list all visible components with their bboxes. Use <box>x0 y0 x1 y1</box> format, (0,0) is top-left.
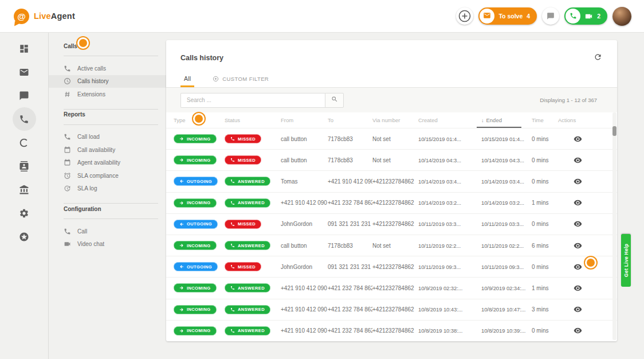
cell-time: 0 mins <box>532 221 558 227</box>
type-badge-label: OUTGOING <box>187 264 212 270</box>
tab-custom-filter[interactable]: CUSTOM FILTER <box>209 76 272 87</box>
to-solve-button[interactable]: To solve 4 <box>478 7 537 25</box>
sidebar-item-label: Extensions <box>77 91 105 97</box>
view-call-button[interactable] <box>574 198 582 207</box>
phone-icon <box>230 179 235 184</box>
sidebar-item-active-calls[interactable]: Active calls <box>49 62 166 75</box>
calls-button[interactable]: 2 <box>564 7 607 25</box>
column-header-ended[interactable]: ↓Ended <box>481 117 532 123</box>
view-call-button[interactable] <box>574 241 582 250</box>
type-badge-label: INCOMING <box>187 307 211 312</box>
phone-icon <box>230 201 235 205</box>
sidebar-item-agent-availability[interactable]: Agent availability <box>49 157 166 170</box>
section-title-calls: Calls <box>49 41 166 51</box>
sidebar-item-call-availability[interactable]: Call availability <box>49 143 166 157</box>
sidebar-item-call[interactable]: Call <box>49 225 166 238</box>
cell-created: 10/15/2019 01:4... <box>418 136 481 142</box>
envelope-icon <box>483 11 491 21</box>
cell-actions <box>558 177 617 186</box>
status-badge-label: MISSED <box>238 264 256 270</box>
chat-button[interactable] <box>542 7 559 25</box>
column-header-from[interactable]: From <box>281 117 328 123</box>
annotation-circle-row-actions <box>585 257 596 268</box>
type-badge-label: INCOMING <box>187 243 211 248</box>
tab-all[interactable]: All <box>180 75 194 87</box>
rail-item-ring[interactable] <box>13 131 36 154</box>
column-label: Ended <box>486 117 502 123</box>
eye-icon <box>574 263 582 271</box>
sidebar-item-sla-log[interactable]: SLA log <box>49 182 166 196</box>
status-badge-label: ANSWERED <box>238 243 265 248</box>
status-badge-label: ANSWERED <box>238 179 265 184</box>
sidebar-item-calls-history[interactable]: Calls history <box>49 75 166 88</box>
missed-badge: MISSED <box>225 262 261 271</box>
view-call-button[interactable] <box>574 284 582 292</box>
phone-icon <box>230 158 235 162</box>
cell-ended: 10/8/2019 10:47:... <box>481 306 532 313</box>
cell-ended: 10/15/2019 01:4... <box>481 136 532 142</box>
refresh-button[interactable] <box>594 53 602 63</box>
view-call-button[interactable] <box>574 220 582 228</box>
sidebar-item-video-chat[interactable]: Video chat <box>49 238 166 251</box>
status-badge-label: MISSED <box>238 221 256 227</box>
type-badge-label: OUTGOING <box>187 221 212 227</box>
sort-descending-icon: ↓ <box>481 118 484 123</box>
cell-status: MISSED <box>225 134 281 143</box>
cell-type: INCOMING <box>174 326 225 335</box>
arrow-left-icon <box>179 222 184 227</box>
column-header-to[interactable]: To <box>328 117 372 123</box>
phone-icon <box>230 136 235 141</box>
view-call-button[interactable] <box>574 135 582 143</box>
table-scrollbar[interactable] <box>612 112 616 340</box>
answered-badge: ANSWERED <box>225 177 270 186</box>
sidebar-item-label: Agent availability <box>77 159 120 166</box>
type-badge-label: INCOMING <box>187 158 211 163</box>
table-row: OUTGOINGMISSEDJohnGordon091 321 231 231+… <box>166 256 617 277</box>
rail-item-mail[interactable] <box>13 60 36 84</box>
rail-item-star[interactable] <box>13 225 36 248</box>
cell-time: 3 mins <box>532 306 558 313</box>
rail-item-bank[interactable] <box>13 178 36 201</box>
column-header-status[interactable]: Status <box>225 117 281 123</box>
logo-agent: Agent <box>51 11 75 21</box>
sidebar-item-call-load[interactable]: Call load <box>49 131 166 144</box>
scrollbar-thumb[interactable] <box>612 126 616 136</box>
rail-item-phone[interactable] <box>13 107 36 131</box>
column-header-via-number[interactable]: Via number <box>372 117 418 123</box>
search-button[interactable] <box>325 93 344 108</box>
logo-at-glyph: @ <box>17 11 26 21</box>
column-header-created[interactable]: Created <box>418 117 481 123</box>
column-header-time[interactable]: Time <box>532 117 558 123</box>
rail-item-contacts[interactable] <box>13 154 36 178</box>
table-row: INCOMINGANSWERED+421 910 412 090+421 232… <box>166 320 617 341</box>
cell-from: call button <box>281 136 328 142</box>
rail-item-chat[interactable] <box>13 84 36 107</box>
sidebar-item-sla-compliance[interactable]: SLA compliance <box>49 169 166 182</box>
view-call-button[interactable] <box>574 263 582 271</box>
view-call-button[interactable] <box>574 156 582 165</box>
user-avatar[interactable] <box>612 7 631 26</box>
phone-icon <box>230 286 235 290</box>
cell-type: OUTGOING <box>174 262 225 271</box>
view-call-button[interactable] <box>574 326 582 335</box>
table-row: OUTGOINGMISSEDJohnGordon091 321 231 231+… <box>166 213 617 235</box>
get-live-help-tab[interactable]: Get Live Help <box>621 234 631 287</box>
view-call-button[interactable] <box>574 305 582 314</box>
table-body: INCOMINGMISSEDcall button7178cb83Not set… <box>166 128 617 341</box>
cell-status: ANSWERED <box>225 198 281 208</box>
cell-from: call button <box>281 243 328 249</box>
cell-via: +421232784862 <box>372 264 418 270</box>
sidebar-item-extensions[interactable]: Extensions <box>49 88 166 101</box>
rail-item-dashboard[interactable] <box>13 37 36 60</box>
app: @ LiveAgent To solve 4 2 CallsActive cal… <box>0 0 644 359</box>
new-item-button[interactable] <box>456 7 473 25</box>
column-label: Time <box>532 117 544 123</box>
section-title-configuration: Configuration <box>49 204 166 214</box>
cell-via: Not set <box>372 157 418 163</box>
eye-icon <box>574 241 582 250</box>
view-call-button[interactable] <box>574 177 582 186</box>
column-header-actions[interactable]: Actions <box>558 117 617 123</box>
phone-badge <box>566 9 580 24</box>
search-input[interactable] <box>180 93 325 108</box>
rail-item-gear[interactable] <box>13 201 36 225</box>
